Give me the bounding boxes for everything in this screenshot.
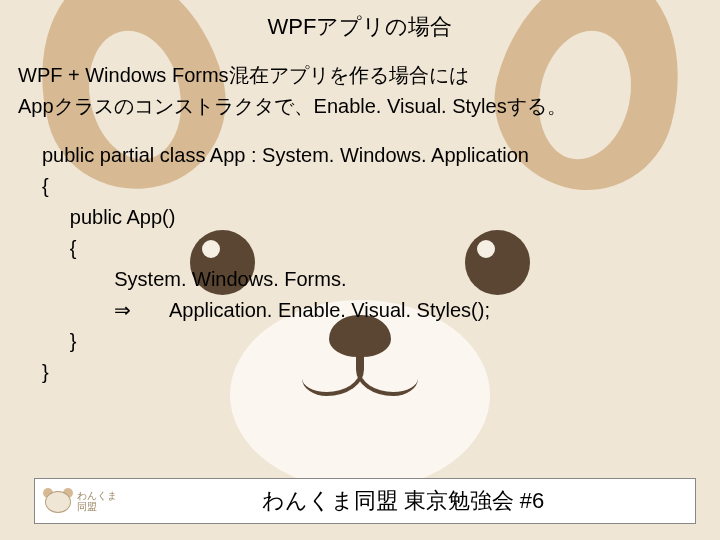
footer-bar: わんくま 同盟 わんくま同盟 東京勉強会 #6 bbox=[34, 478, 696, 524]
slide-paragraph: WPF + Windows Forms混在アプリを作る場合には Appクラスのコ… bbox=[18, 60, 702, 122]
code-line-8: } bbox=[42, 361, 49, 383]
paragraph-line-1: WPF + Windows Forms混在アプリを作る場合には bbox=[18, 64, 469, 86]
code-line-1: public partial class App : System. Windo… bbox=[42, 144, 529, 166]
code-line-7: } bbox=[42, 330, 76, 352]
code-line-2: { bbox=[42, 175, 49, 197]
slide-content: WPFアプリの場合 WPF + Windows Forms混在アプリを作る場合に… bbox=[0, 0, 720, 540]
code-line-6: ⇒ Application. Enable. Visual. Styles(); bbox=[42, 299, 490, 321]
code-line-3: public App() bbox=[42, 206, 175, 228]
footer-logo-line1: わんくま bbox=[77, 490, 117, 501]
footer-text: わんくま同盟 東京勉強会 #6 bbox=[131, 486, 695, 516]
bear-icon bbox=[43, 488, 73, 514]
code-line-4: { bbox=[42, 237, 76, 259]
code-line-5: System. Windows. Forms. bbox=[42, 268, 347, 290]
footer-logo-line2: 同盟 bbox=[77, 501, 97, 512]
paragraph-line-2: Appクラスのコンストラクタで、Enable. Visual. Stylesする… bbox=[18, 95, 567, 117]
code-block: public partial class App : System. Windo… bbox=[18, 140, 702, 388]
footer-logo: わんくま 同盟 bbox=[35, 479, 131, 523]
slide-title: WPFアプリの場合 bbox=[18, 12, 702, 42]
footer-logo-text: わんくま 同盟 bbox=[77, 490, 117, 512]
